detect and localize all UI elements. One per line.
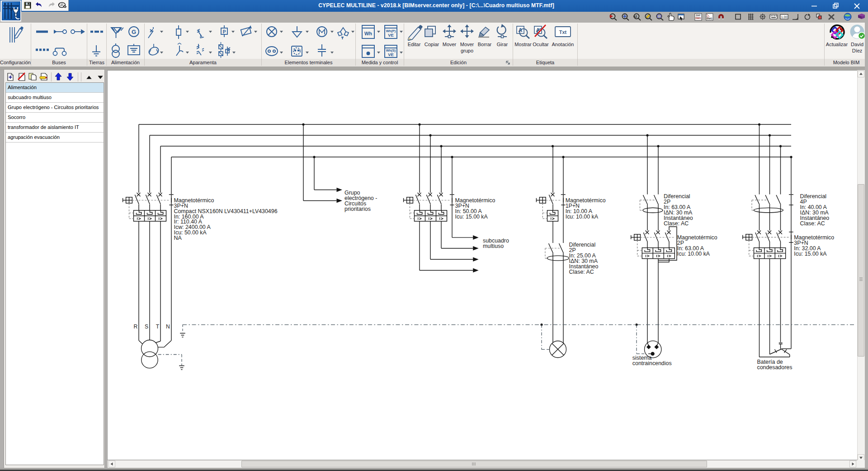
svg-text:Anotación: Anotación (552, 42, 574, 47)
svg-text:Txt: Txt (559, 29, 567, 35)
svg-text:Actualizar: Actualizar (826, 42, 848, 47)
svg-text:contraincendios: contraincendios (632, 360, 672, 366)
svg-text:×2: ×2 (633, 14, 637, 19)
svg-text:Icu: 15.00 kA: Icu: 15.00 kA (794, 251, 827, 257)
svg-text:Mostrar: Mostrar (514, 42, 532, 47)
svg-text:Mover: Mover (460, 42, 474, 47)
svg-text:condesadores: condesadores (757, 364, 793, 371)
svg-text:DWG: DWG (707, 17, 712, 20)
svg-text:Girar: Girar (497, 42, 508, 47)
svg-text:Copiar: Copiar (425, 42, 439, 47)
svg-text:R: R (134, 324, 138, 330)
svg-text:VE: VE (388, 52, 394, 57)
svg-text:G: G (132, 29, 136, 35)
svg-text:VE: VE (388, 33, 394, 38)
svg-text:Clase: AC: Clase: AC (664, 220, 689, 227)
svg-text:prioritarios: prioritarios (344, 206, 371, 212)
svg-text:Icu: 10.00 kA: Icu: 10.00 kA (677, 251, 710, 257)
svg-text:Mover: Mover (443, 42, 457, 47)
svg-text:1.00: 1.00 (781, 15, 788, 19)
svg-text:multiuso: multiuso (483, 243, 504, 249)
svg-text:David: David (851, 42, 863, 47)
svg-text:Clase: AC: Clase: AC (800, 220, 825, 227)
svg-text:Borrar: Borrar (478, 42, 492, 47)
svg-text:Editar: Editar (408, 42, 421, 47)
svg-text:NA: NA (174, 235, 182, 241)
svg-text:DWG: DWG (695, 17, 701, 19)
svg-text:Ocultar: Ocultar (533, 42, 549, 47)
svg-text:P: P (223, 29, 226, 34)
svg-text:T: T (156, 324, 160, 330)
svg-text:N: N (166, 324, 170, 330)
svg-text:grupo: grupo (461, 48, 473, 53)
svg-text:Díez: Díez (852, 48, 863, 53)
svg-text:Icu: 15.00 kA: Icu: 15.00 kA (455, 214, 488, 220)
svg-text:S: S (145, 324, 148, 330)
svg-text:Icu: 10.00 kA: Icu: 10.00 kA (566, 214, 599, 220)
svg-text:Clase: AC: Clase: AC (569, 269, 594, 275)
svg-text:Wh: Wh (364, 31, 372, 36)
